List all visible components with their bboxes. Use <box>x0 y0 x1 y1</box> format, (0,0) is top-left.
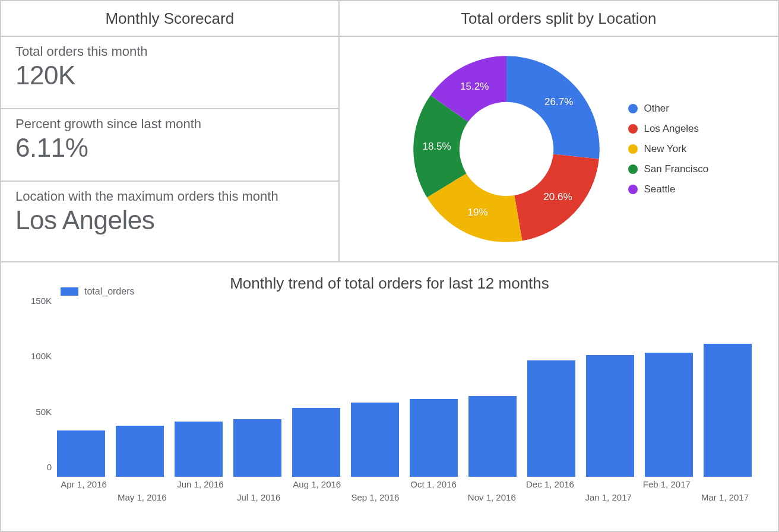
legend-label: Los Angeles <box>644 123 699 135</box>
donut-legend-item[interactable]: New York <box>628 143 708 155</box>
scorecard-title-text: Monthly Scorecard <box>105 10 234 28</box>
metric-top-location: Location with the maximum orders this mo… <box>1 181 339 262</box>
bar-chart: 050K100K150K Apr 1, 2016May 1, 2016Jun 1… <box>55 311 754 512</box>
bar[interactable] <box>704 344 752 477</box>
bar[interactable] <box>410 399 458 477</box>
donut-legend-item[interactable]: Seattle <box>628 183 708 195</box>
scorecard-title: Monthly Scorecard <box>1 1 339 36</box>
donut-slice-label: 26.7% <box>544 96 573 108</box>
metric-value: Los Angeles <box>15 205 324 235</box>
bar[interactable] <box>116 426 164 477</box>
legend-label: New York <box>644 143 686 155</box>
donut-chart-panel: 26.7%20.6%19%18.5%15.2% OtherLos Angeles… <box>339 36 778 262</box>
metric-label: Location with the maximum orders this mo… <box>15 189 324 204</box>
donut-slice-label: 18.5% <box>422 141 451 153</box>
bar-x-label: Apr 1, 2016 <box>55 477 113 512</box>
bar-y-tick: 50K <box>22 406 52 416</box>
bar-x-label: Aug 1, 2016 <box>288 477 346 512</box>
bar-x-labels: Apr 1, 2016May 1, 2016Jun 1, 2016Jul 1, … <box>55 477 754 512</box>
bar[interactable] <box>292 408 340 477</box>
donut-slice-label: 19% <box>468 207 488 218</box>
bar-x-label: Oct 1, 2016 <box>404 477 463 512</box>
donut-slice-label: 15.2% <box>460 81 489 93</box>
legend-swatch-icon <box>628 164 638 174</box>
donut-chart: 26.7%20.6%19%18.5%15.2% <box>408 51 604 247</box>
donut-legend: OtherLos AngelesNew YorkSan FranciscoSea… <box>628 103 708 195</box>
bar[interactable] <box>527 360 575 477</box>
bar-series-legend: total_orders <box>61 286 135 297</box>
bar-x-label: Sep 1, 2016 <box>346 477 404 512</box>
bar[interactable] <box>351 403 399 477</box>
bar[interactable] <box>233 419 281 477</box>
metric-total-orders: Total orders this month 120K <box>1 36 339 109</box>
bar-y-tick: 100K <box>22 351 52 361</box>
legend-swatch-icon <box>628 124 638 134</box>
bar-x-label: Nov 1, 2016 <box>463 477 521 512</box>
bar-x-label: Feb 1, 2017 <box>638 477 696 512</box>
bars-row <box>55 311 754 477</box>
legend-label: San Francisco <box>644 163 708 175</box>
bar-chart-panel: total_orders Monthly trend of total orde… <box>1 262 778 531</box>
bar-x-label: Jan 1, 2017 <box>580 477 638 512</box>
donut-title: Total orders split by Location <box>339 1 778 36</box>
legend-swatch-icon <box>628 185 638 194</box>
metric-percent-growth: Percent growth since last month 6.11% <box>1 109 339 181</box>
bar[interactable] <box>586 355 634 477</box>
legend-label: Other <box>644 103 669 115</box>
bar-x-label: Jul 1, 2016 <box>230 477 288 512</box>
bar-x-label: Dec 1, 2016 <box>521 477 579 512</box>
bar[interactable] <box>57 430 105 477</box>
bar[interactable] <box>175 422 223 477</box>
donut-legend-item[interactable]: San Francisco <box>628 163 708 175</box>
bar-plot-area: 050K100K150K <box>55 311 754 477</box>
metric-label: Percent growth since last month <box>15 116 324 132</box>
metric-value: 6.11% <box>15 133 324 163</box>
metric-label: Total orders this month <box>15 44 324 59</box>
bar-y-tick: 150K <box>22 296 52 306</box>
donut-legend-item[interactable]: Los Angeles <box>628 123 708 135</box>
dashboard: Monthly Scorecard Total orders split by … <box>0 0 779 532</box>
bar[interactable] <box>645 353 693 477</box>
legend-swatch-icon <box>628 104 638 113</box>
bar-series-name: total_orders <box>84 286 135 297</box>
metric-value: 120K <box>15 61 324 90</box>
donut-title-text: Total orders split by Location <box>461 10 657 28</box>
donut-legend-item[interactable]: Other <box>628 103 708 115</box>
bar-x-label: Mar 1, 2017 <box>696 477 754 512</box>
bar-x-label: Jun 1, 2016 <box>171 477 229 512</box>
donut-slice-label: 20.6% <box>543 191 572 203</box>
bar[interactable] <box>468 396 517 477</box>
bar-series-swatch <box>61 287 78 296</box>
bar-x-label: May 1, 2016 <box>113 477 171 512</box>
legend-label: Seattle <box>644 183 675 195</box>
legend-swatch-icon <box>628 144 638 154</box>
bar-y-tick: 0 <box>22 462 52 472</box>
